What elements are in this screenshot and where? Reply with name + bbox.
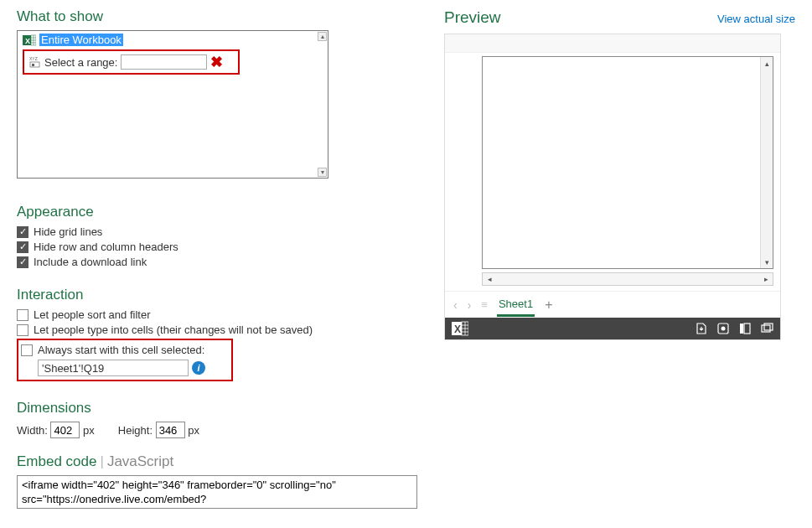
embed-code-textarea[interactable]	[17, 475, 417, 509]
start-cell-checkbox[interactable]	[21, 344, 33, 356]
scroll-down-icon[interactable]: ▾	[761, 256, 773, 268]
sort-filter-label: Let people sort and filter	[34, 308, 150, 321]
preview-frame: ▴ ▾ ◂ ▸ ‹ › ≡ Sheet1 + X	[444, 34, 781, 340]
what-to-show-title: What to show	[17, 8, 419, 25]
sheet-tab-sheet1[interactable]: Sheet1	[497, 292, 535, 317]
preview-title: Preview	[444, 8, 501, 27]
preview-horizontal-scrollbar[interactable]: ◂ ▸	[482, 272, 773, 286]
view-actual-size-link[interactable]: View actual size	[717, 13, 795, 25]
javascript-label[interactable]: JavaScript	[107, 453, 173, 469]
svg-rect-8	[30, 62, 39, 67]
width-label: Width:	[17, 424, 48, 437]
info-status-icon[interactable]	[716, 322, 730, 335]
select-range-label: Select a range:	[44, 56, 117, 69]
add-sheet-icon[interactable]: +	[545, 298, 552, 313]
download-link-label: Include a download link	[34, 256, 147, 268]
svg-rect-9	[32, 64, 34, 66]
type-cells-label: Let people type into cells (their change…	[34, 324, 313, 336]
svg-rect-19	[740, 324, 743, 334]
entire-workbook-item[interactable]: X Entire Workbook	[18, 31, 328, 48]
svg-point-18	[721, 327, 726, 331]
appearance-title: Appearance	[17, 204, 419, 220]
height-unit: px	[188, 424, 199, 437]
width-unit: px	[83, 424, 95, 437]
svg-rect-21	[762, 325, 770, 332]
hide-grid-checkbox[interactable]: ✓	[17, 226, 28, 238]
scroll-up-icon[interactable]: ▴	[318, 32, 327, 41]
svg-rect-20	[744, 324, 750, 334]
excel-icon: X	[23, 34, 36, 46]
download-icon[interactable]	[695, 322, 708, 335]
embed-title-row: Embed code|JavaScript	[17, 453, 419, 470]
scroll-right-icon[interactable]: ▸	[759, 275, 773, 283]
sort-filter-checkbox[interactable]	[17, 309, 28, 321]
sheet-tabs-row: ‹ › ≡ Sheet1 +	[445, 291, 780, 318]
excel-app-icon[interactable]: X	[452, 321, 468, 336]
preview-grid-area[interactable]: ▴ ▾	[482, 56, 773, 269]
height-label: Height:	[118, 424, 153, 437]
start-cell-input[interactable]	[38, 360, 189, 376]
comments-icon[interactable]	[738, 322, 752, 335]
scroll-down-icon[interactable]: ▾	[318, 168, 327, 177]
start-cell-highlight: Always start with this cell selected: i	[17, 339, 233, 381]
svg-text:X: X	[25, 37, 30, 45]
prev-sheet-icon[interactable]: ‹	[453, 298, 458, 312]
hide-headers-label: Hide row and column headers	[34, 241, 178, 253]
embed-code-label[interactable]: Embed code	[17, 453, 96, 469]
svg-rect-22	[764, 324, 773, 330]
download-link-checkbox[interactable]: ✓	[17, 256, 28, 268]
select-range-input[interactable]	[121, 54, 207, 70]
height-input[interactable]	[156, 422, 185, 438]
type-cells-checkbox[interactable]	[17, 324, 28, 336]
entire-workbook-label: Entire Workbook	[39, 34, 123, 46]
interaction-title: Interaction	[17, 287, 419, 303]
fullscreen-icon[interactable]	[760, 322, 773, 335]
hide-headers-checkbox[interactable]: ✓	[17, 241, 28, 253]
next-sheet-icon[interactable]: ›	[468, 298, 472, 312]
hide-grid-label: Hide grid lines	[34, 225, 102, 238]
select-range-highlight: XYZ Select a range: ✖	[23, 49, 240, 75]
all-sheets-icon[interactable]: ≡	[481, 298, 487, 311]
range-error-icon: ✖	[210, 56, 223, 68]
range-icon: XYZ	[29, 56, 41, 68]
width-input[interactable]	[50, 422, 80, 438]
scroll-up-icon[interactable]: ▴	[761, 57, 773, 70]
svg-text:X: X	[454, 324, 461, 335]
dimensions-title: Dimensions	[17, 400, 419, 417]
preview-top-strip	[445, 34, 780, 53]
svg-text:XYZ: XYZ	[29, 56, 38, 61]
preview-vertical-scrollbar[interactable]: ▴ ▾	[760, 57, 773, 268]
preview-statusbar: X	[445, 318, 780, 339]
info-icon[interactable]: i	[192, 361, 205, 375]
start-cell-label: Always start with this cell selected:	[38, 344, 204, 356]
what-to-show-box: ▴ ▾ X Entire Workbook XYZ	[17, 30, 328, 179]
scroll-left-icon[interactable]: ◂	[483, 275, 496, 283]
